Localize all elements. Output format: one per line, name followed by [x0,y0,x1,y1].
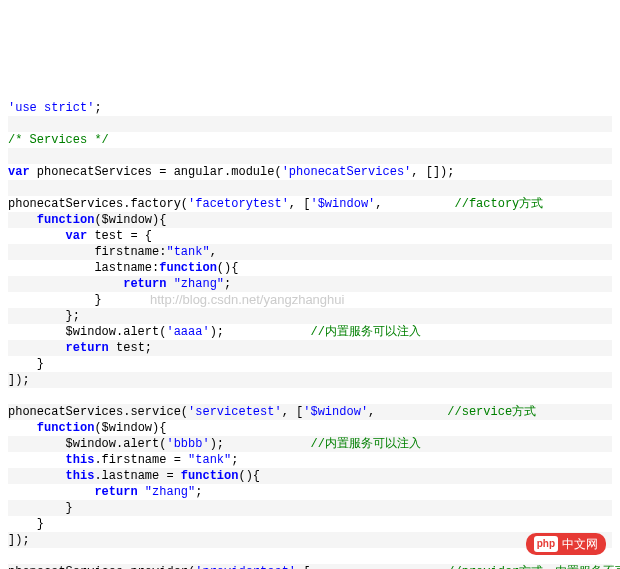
code-line: this.lastname = function(){ [8,468,612,484]
code-line [8,388,612,404]
code-token: "tank" [166,245,209,259]
code-line: } [8,516,612,532]
code-token: 'aaaa' [166,325,209,339]
code-token: 'phonecatServices' [282,165,412,179]
code-line: function($window){ [8,212,612,228]
code-token: //内置服务可以注入 [310,325,420,339]
code-token: 'providertest' [195,565,296,569]
code-token: , [375,197,454,211]
code-token: test; [109,341,152,355]
code-token: return [66,341,109,355]
badge-logo: php [534,536,558,552]
code-line: ]); [8,532,612,548]
code-token: ); [210,325,311,339]
code-token: , [ [289,197,311,211]
code-line: phonecatServices.service('servicetest', … [8,404,612,420]
code-token [8,453,66,467]
code-token: phonecatServices.factory( [8,197,188,211]
code-token: this [66,469,95,483]
code-token: } [8,357,44,371]
code-token: , [368,405,447,419]
code-token: '$window' [310,197,375,211]
code-line: lastname:function(){ [8,260,612,276]
code-line: ]); [8,372,612,388]
code-token [8,485,94,499]
code-line: $window.alert('bbbb'); //内置服务可以注入 [8,436,612,452]
code-token: "tank" [188,453,231,467]
code-token: function [37,213,95,227]
code-token: phonecatServices = angular.module( [30,165,282,179]
code-token: /* Services */ [8,133,109,147]
code-line: phonecatServices.provider('providertest'… [8,564,612,569]
code-line: var phonecatServices = angular.module('p… [8,164,612,180]
code-token: //provider方式，内置服务不可以注入 [447,565,620,569]
code-token: var [66,229,88,243]
code-token: ,[ [296,565,447,569]
code-line: } [8,500,612,516]
code-line: /* Services */ [8,132,612,148]
code-token: ; [231,453,238,467]
code-token: function [159,261,217,275]
code-line: return "zhang"; [8,276,612,292]
code-token: lastname: [8,261,159,275]
code-token: (){ [238,469,260,483]
code-token [8,421,37,435]
code-token: (){ [217,261,239,275]
code-token: function [37,421,95,435]
badge-text: 中文网 [562,536,598,552]
code-token: "zhang" [174,277,224,291]
code-token: ; [195,485,202,499]
code-line: return test; [8,340,612,356]
code-token: //内置服务可以注入 [310,437,420,451]
code-token: var [8,165,30,179]
code-token: 'use strict' [8,101,94,115]
code-token: 'servicetest' [188,405,282,419]
code-line: firstname:"tank", [8,244,612,260]
code-line [8,180,612,196]
code-line [8,116,612,132]
code-token: , [210,245,217,259]
code-token: $window.alert( [8,437,166,451]
code-line [8,548,612,564]
code-token: ]); [8,533,30,547]
code-line: phonecatServices.factory('facetorytest',… [8,196,612,212]
code-token: //factory方式 [455,197,544,211]
site-badge: php 中文网 [526,533,606,555]
code-token [8,229,66,243]
code-token: test = { [87,229,152,243]
code-block: 'use strict'; /* Services */ var phoneca… [8,100,612,569]
code-line: } [8,356,612,372]
code-token: } [8,501,73,515]
code-token [8,277,123,291]
code-line [8,148,612,164]
code-line: $window.alert('aaaa'); //内置服务可以注入 [8,324,612,340]
code-line: this.firstname = "tank"; [8,452,612,468]
code-token: ]); [8,373,30,387]
code-token [138,485,145,499]
code-token: this [66,453,95,467]
code-token: ); [210,437,311,451]
code-token: , []); [411,165,454,179]
code-token: 'bbbb' [166,437,209,451]
code-token: .lastname = [94,469,180,483]
code-token: ; [224,277,231,291]
code-token: '$window' [303,405,368,419]
code-token: return [123,277,166,291]
code-line: return "zhang"; [8,484,612,500]
code-line: var test = { [8,228,612,244]
code-token: ; [94,101,101,115]
code-token: firstname: [8,245,166,259]
code-token [8,469,66,483]
code-token: } [8,293,102,307]
code-token: ($window){ [94,421,166,435]
code-token: ($window){ [94,213,166,227]
code-line: function($window){ [8,420,612,436]
code-token: function [181,469,239,483]
code-token: .firstname = [94,453,188,467]
code-token: "zhang" [145,485,195,499]
code-token [166,277,173,291]
code-token: phonecatServices.service( [8,405,188,419]
code-token: }; [8,309,80,323]
code-token: 'facetorytest' [188,197,289,211]
code-token: phonecatServices.provider( [8,565,195,569]
